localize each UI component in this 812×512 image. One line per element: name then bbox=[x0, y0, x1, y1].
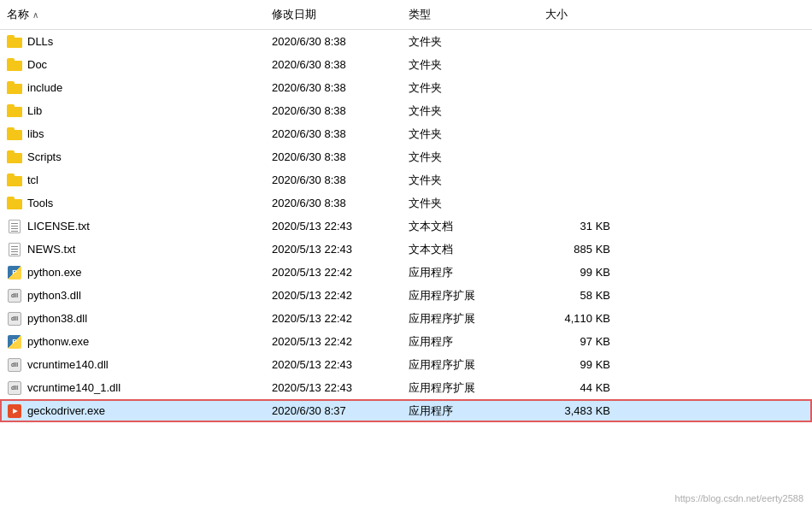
file-name-cell: LICENSE.txt bbox=[0, 217, 265, 236]
col-name[interactable]: 名称 ∧ bbox=[0, 3, 265, 26]
file-name: python38.dll bbox=[27, 312, 87, 325]
sort-arrow-icon: ∧ bbox=[32, 10, 38, 20]
file-size bbox=[538, 86, 624, 90]
table-row[interactable]: Doc 2020/6/30 8:38 文件夹 bbox=[0, 53, 812, 76]
file-name-cell: NEWS.txt bbox=[0, 240, 265, 259]
file-name: vcruntime140.dll bbox=[27, 358, 109, 371]
table-row[interactable]: Lib 2020/6/30 8:38 文件夹 bbox=[0, 99, 812, 122]
col-modified[interactable]: 修改日期 bbox=[265, 3, 402, 26]
table-row[interactable]: libs 2020/6/30 8:38 文件夹 bbox=[0, 122, 812, 145]
col-size[interactable]: 大小 bbox=[538, 3, 624, 26]
file-type: 文件夹 bbox=[402, 102, 538, 121]
python-icon: P bbox=[7, 334, 22, 350]
file-name: python.exe bbox=[27, 266, 82, 279]
col-type-label: 类型 bbox=[409, 7, 431, 22]
file-modified: 2020/6/30 8:38 bbox=[265, 33, 402, 50]
file-type: 应用程序 bbox=[402, 263, 538, 282]
file-size bbox=[538, 63, 624, 67]
file-name: python3.dll bbox=[27, 289, 81, 302]
table-row[interactable]: dll python3.dll 2020/5/13 22:42 应用程序扩展 5… bbox=[0, 284, 812, 307]
file-name: DLLs bbox=[27, 35, 53, 48]
col-name-label: 名称 bbox=[7, 7, 29, 22]
file-size: 3,483 KB bbox=[538, 403, 624, 419]
file-type: 应用程序 bbox=[402, 402, 538, 421]
folder-icon bbox=[7, 34, 22, 50]
file-type: 文件夹 bbox=[402, 56, 538, 74]
file-name: libs bbox=[27, 127, 44, 140]
file-size: 99 KB bbox=[538, 356, 624, 373]
file-name-cell: include bbox=[0, 79, 265, 97]
table-row[interactable]: ▶ geckodriver.exe 2020/6/30 8:37 应用程序 3,… bbox=[0, 399, 812, 422]
file-modified: 2020/6/30 8:38 bbox=[265, 103, 402, 119]
file-size bbox=[538, 202, 624, 205]
file-modified: 2020/6/30 8:38 bbox=[265, 79, 402, 96]
file-type: 文件夹 bbox=[402, 79, 538, 97]
file-modified: 2020/5/13 22:42 bbox=[265, 287, 402, 303]
file-type: 应用程序扩展 bbox=[402, 356, 538, 374]
file-name: pythonw.exe bbox=[27, 335, 89, 348]
file-type: 应用程序扩展 bbox=[402, 379, 538, 397]
file-name: include bbox=[27, 81, 62, 94]
dll-icon: dll bbox=[7, 380, 22, 396]
file-modified: 2020/5/13 22:42 bbox=[265, 264, 402, 280]
file-modified: 2020/6/30 8:37 bbox=[265, 403, 402, 419]
file-name: Lib bbox=[27, 104, 42, 117]
file-modified: 2020/5/13 22:42 bbox=[265, 310, 402, 327]
file-name: LICENSE.txt bbox=[27, 220, 90, 232]
folder-icon bbox=[7, 127, 22, 142]
file-name-cell: dll python3.dll bbox=[0, 286, 265, 305]
table-row[interactable]: LICENSE.txt 2020/5/13 22:43 文本文档 31 KB bbox=[0, 215, 812, 238]
table-row[interactable]: DLLs 2020/6/30 8:38 文件夹 bbox=[0, 30, 812, 53]
file-modified: 2020/6/30 8:38 bbox=[265, 56, 402, 73]
file-type: 文件夹 bbox=[402, 125, 538, 144]
file-name: NEWS.txt bbox=[27, 243, 75, 256]
file-list: DLLs 2020/6/30 8:38 文件夹 Doc 2020/6/30 8:… bbox=[0, 30, 812, 512]
file-size bbox=[538, 40, 624, 44]
file-explorer: 名称 ∧ 修改日期 类型 大小 DLLs 2020/6/30 8:38 文件夹 … bbox=[0, 0, 812, 512]
file-type: 应用程序扩展 bbox=[402, 309, 538, 328]
file-modified: 2020/6/30 8:38 bbox=[265, 149, 402, 165]
col-type[interactable]: 类型 bbox=[402, 3, 538, 26]
table-row[interactable]: P pythonw.exe 2020/5/13 22:42 应用程序 97 KB bbox=[0, 330, 812, 353]
file-modified: 2020/5/13 22:43 bbox=[265, 380, 402, 396]
table-header: 名称 ∧ 修改日期 类型 大小 bbox=[0, 0, 812, 30]
folder-icon bbox=[7, 103, 22, 119]
table-row[interactable]: include 2020/6/30 8:38 文件夹 bbox=[0, 76, 812, 99]
text-file-icon bbox=[7, 219, 22, 234]
file-size: 31 KB bbox=[538, 218, 624, 234]
file-name-cell: tcl bbox=[0, 171, 265, 190]
table-row[interactable]: Tools 2020/6/30 8:38 文件夹 bbox=[0, 191, 812, 215]
file-size: 58 KB bbox=[538, 287, 624, 303]
file-type: 文本文档 bbox=[402, 240, 538, 259]
folder-icon bbox=[7, 57, 22, 73]
file-name: Doc bbox=[27, 58, 47, 71]
table-row[interactable]: NEWS.txt 2020/5/13 22:43 文本文档 885 KB bbox=[0, 238, 812, 261]
file-size: 885 KB bbox=[538, 241, 624, 257]
table-row[interactable]: dll python38.dll 2020/5/13 22:42 应用程序扩展 … bbox=[0, 307, 812, 330]
file-modified: 2020/5/13 22:42 bbox=[265, 333, 402, 350]
col-modified-label: 修改日期 bbox=[272, 7, 316, 22]
file-modified: 2020/6/30 8:38 bbox=[265, 195, 402, 211]
file-modified: 2020/5/13 22:43 bbox=[265, 241, 402, 257]
file-name: Tools bbox=[27, 197, 53, 209]
table-row[interactable]: tcl 2020/6/30 8:38 文件夹 bbox=[0, 168, 812, 191]
file-name-cell: P python.exe bbox=[0, 263, 265, 282]
file-name: geckodriver.exe bbox=[27, 404, 105, 417]
dll-icon: dll bbox=[7, 288, 22, 303]
file-size: 97 KB bbox=[538, 333, 624, 350]
folder-icon bbox=[7, 150, 22, 165]
table-row[interactable]: dll vcruntime140.dll 2020/5/13 22:43 应用程… bbox=[0, 353, 812, 376]
text-file-icon bbox=[7, 242, 22, 257]
file-name-cell: P pythonw.exe bbox=[0, 333, 265, 351]
file-modified: 2020/5/13 22:43 bbox=[265, 356, 402, 373]
file-type: 文件夹 bbox=[402, 148, 538, 167]
file-type: 文件夹 bbox=[402, 171, 538, 190]
watermark: https://blog.csdn.net/eerty2588 bbox=[675, 493, 803, 503]
table-row[interactable]: P python.exe 2020/5/13 22:42 应用程序 99 KB bbox=[0, 261, 812, 284]
folder-icon bbox=[7, 173, 22, 188]
file-name: tcl bbox=[27, 174, 38, 186]
file-name-cell: Doc bbox=[0, 56, 265, 74]
folder-icon bbox=[7, 80, 22, 96]
table-row[interactable]: Scripts 2020/6/30 8:38 文件夹 bbox=[0, 145, 812, 168]
table-row[interactable]: dll vcruntime140_1.dll 2020/5/13 22:43 应… bbox=[0, 376, 812, 399]
